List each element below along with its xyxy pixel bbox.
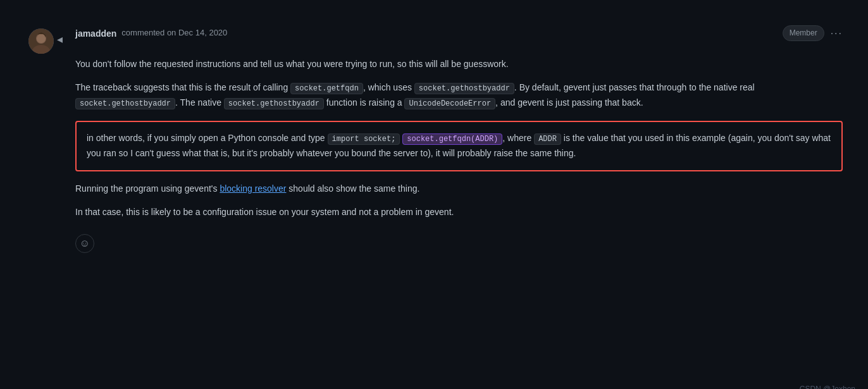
code-socket-gethostbyaddr-2: socket.gethostbyaddr [75,98,175,109]
svg-point-3 [37,34,46,43]
collapse-arrow[interactable]: ◂ [57,25,65,49]
paragraph-1: You don't follow the requested instructi… [75,57,843,72]
code-import-socket: import socket; [328,133,400,145]
avatar-column [25,25,57,54]
watermark: CSDN @Jexhen [800,383,855,389]
comment-action-date: commented on Dec 14, 2020 [121,27,227,40]
paragraph-2: The traceback suggests that this is the … [75,80,843,111]
page-container: ◂ jamadden commented on Dec 14, 2020 Mem… [0,13,868,389]
code-getfqdn-highlight: socket.getfqdn(ADDR) [402,133,502,145]
code-socket-gethostbyaddr-1: socket.gethostbyaddr [414,83,514,94]
reaction-button[interactable]: ☺ [75,234,94,253]
username: jamadden [75,27,116,40]
code-socket-gethostbyaddr-3: socket.gethostbyaddr [224,98,324,109]
more-options-button[interactable]: ··· [831,25,843,42]
avatar [28,28,54,54]
paragraph-4: In that case, this is likely to be a con… [75,205,843,220]
comment-column: jamadden commented on Dec 14, 2020 Membe… [75,25,843,253]
comment-meta: jamadden commented on Dec 14, 2020 [75,27,227,40]
paragraph-3: Running the program using gevent's block… [75,182,843,197]
comment-header: jamadden commented on Dec 14, 2020 Membe… [75,25,843,47]
header-right: Member ··· [783,25,843,42]
blocking-resolver-link[interactable]: blocking resolver [220,183,286,194]
comment-body: You don't follow the requested instructi… [75,57,843,254]
blockquote-highlight: in other words, if you simply open a Pyt… [75,121,843,171]
code-unicode-decode-error: UnicodeDecodeError [404,98,495,109]
code-addr: ADDR [534,133,561,145]
member-badge: Member [783,25,824,41]
code-socket-getfqdn: socket.getfqdn [290,83,363,94]
